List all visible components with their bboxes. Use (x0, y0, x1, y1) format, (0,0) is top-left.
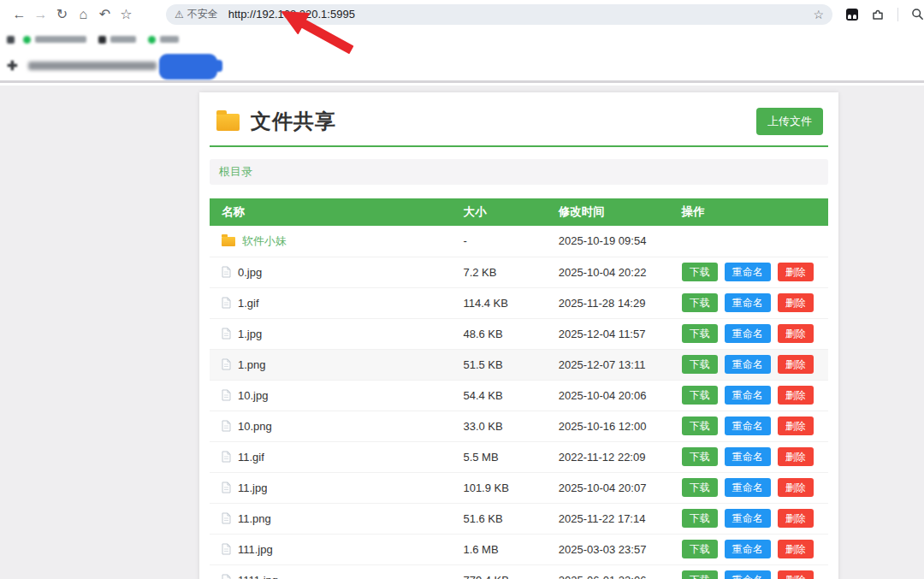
download-button[interactable]: 下载 (682, 293, 718, 312)
blurred-bookmark[interactable] (148, 36, 179, 44)
file-share-card: 文件共享 上传文件 根目录 名称大小修改时间操作 软件小妹-2025-10-19… (199, 92, 838, 579)
reload-icon[interactable]: ↻ (53, 8, 71, 21)
page-title: 文件共享 (251, 108, 336, 135)
file-icon (222, 297, 231, 309)
rename-button[interactable]: 重命名 (725, 293, 771, 312)
modified-time-cell: 2025-11-22 17:14 (559, 503, 682, 534)
download-button[interactable]: 下载 (682, 447, 718, 466)
delete-button[interactable]: 删除 (778, 417, 814, 435)
url-text[interactable]: http://192.168.220.1:5995 (228, 8, 814, 21)
delete-button[interactable]: 删除 (778, 509, 814, 528)
upload-file-button[interactable]: 上传文件 (756, 108, 823, 135)
rename-button[interactable]: 重命名 (725, 509, 771, 528)
search-icon[interactable] (911, 8, 924, 21)
download-button[interactable]: 下载 (682, 478, 718, 497)
download-button[interactable]: 下载 (682, 509, 718, 528)
row-actions-cell (682, 226, 828, 257)
file-name-cell: 1111.jpg (210, 564, 463, 579)
bookmark-page-icon[interactable]: ☆ (813, 8, 824, 21)
rename-button[interactable]: 重命名 (725, 570, 771, 579)
home-icon[interactable]: ⌂ (74, 8, 92, 21)
plus-icon[interactable]: ✚ (7, 58, 18, 74)
rename-button[interactable]: 重命名 (725, 417, 771, 435)
modified-time-cell: 2025-06-01 22:06 (559, 564, 682, 579)
column-header: 修改时间 (559, 198, 682, 226)
bookmark-star-icon[interactable]: ☆ (117, 8, 135, 21)
bookmark-favicon (98, 36, 106, 44)
rename-button[interactable]: 重命名 (725, 386, 771, 405)
modified-time-cell: 2025-10-04 20:07 (559, 472, 682, 503)
delete-button[interactable]: 删除 (778, 293, 814, 312)
blurred-bookmark[interactable] (98, 36, 136, 44)
rename-button[interactable]: 重命名 (725, 263, 771, 281)
file-size-cell: 51.6 KB (463, 503, 558, 534)
download-button[interactable]: 下载 (682, 324, 718, 343)
warning-icon: ⚠ (175, 9, 184, 21)
folder-icon (216, 114, 240, 131)
undo-icon[interactable]: ↶ (96, 8, 114, 21)
download-button[interactable]: 下载 (682, 417, 718, 435)
table-row: 1.jpg48.6 KB2025-12-04 11:57下载重命名删除 (210, 318, 828, 349)
folder-name-link[interactable]: 软件小妹 (242, 233, 287, 249)
breadcrumb[interactable]: 根目录 (210, 159, 828, 185)
file-name: 10.png (238, 420, 272, 433)
file-name: 1111.jpg (238, 574, 278, 579)
file-name-cell: 1.jpg (210, 318, 463, 349)
delete-button[interactable]: 删除 (778, 570, 814, 579)
back-icon[interactable]: ← (10, 8, 28, 21)
forward-icon[interactable]: → (32, 8, 50, 21)
file-icon (222, 482, 231, 493)
extension-badge-icon[interactable] (846, 9, 858, 21)
download-button[interactable]: 下载 (682, 386, 718, 405)
rename-button[interactable]: 重命名 (725, 324, 771, 343)
address-bar[interactable]: ⚠ 不安全 http://192.168.220.1:5995 ☆ (166, 4, 832, 25)
file-name: 11.gif (238, 451, 264, 464)
delete-button[interactable]: 删除 (778, 447, 814, 466)
file-icon (222, 451, 231, 463)
delete-button[interactable]: 删除 (778, 324, 814, 343)
delete-button[interactable]: 删除 (778, 540, 814, 558)
file-name-cell: 10.png (210, 411, 463, 441)
file-size-cell: 33.0 KB (463, 411, 558, 441)
file-name: 1.gif (238, 297, 259, 310)
file-name-cell: 1.png (210, 349, 463, 380)
row-actions-cell: 下载重命名删除 (682, 349, 828, 380)
file-name: 10.jpg (238, 389, 268, 402)
browser-toolbar: ← → ↻ ⌂ ↶ ☆ ⚠ 不安全 http://192.168.220.1:5… (0, 0, 924, 28)
column-header: 大小 (463, 198, 558, 226)
security-chip[interactable]: ⚠ 不安全 (175, 7, 218, 21)
toolbar-divider (897, 8, 898, 21)
table-row: 10.png33.0 KB2025-10-16 12:00下载重命名删除 (210, 411, 828, 441)
table-row: 软件小妹-2025-10-19 09:54 (210, 226, 828, 257)
redaction-blob (159, 54, 217, 80)
extensions-puzzle-icon[interactable] (871, 8, 885, 21)
blurred-bookmark[interactable] (23, 36, 86, 44)
table-row: 11.jpg101.9 KB2025-10-04 20:07下载重命名删除 (210, 472, 828, 503)
delete-button[interactable]: 删除 (778, 263, 814, 281)
row-actions-cell: 下载重命名删除 (682, 318, 828, 349)
file-name: 11.jpg (238, 482, 267, 494)
row-actions-cell: 下载重命名删除 (682, 564, 828, 579)
delete-button[interactable]: 删除 (778, 386, 814, 405)
file-name-cell: 11.gif (210, 441, 463, 472)
delete-button[interactable]: 删除 (778, 478, 814, 497)
row-actions-cell: 下载重命名删除 (682, 257, 828, 287)
blurred-bookmark-label (160, 36, 179, 43)
card-header: 文件共享 上传文件 (210, 92, 828, 147)
download-button[interactable]: 下载 (682, 570, 718, 579)
rename-button[interactable]: 重命名 (725, 540, 771, 558)
file-size-cell: 101.9 KB (463, 472, 558, 503)
download-button[interactable]: 下载 (682, 540, 718, 558)
file-icon (222, 420, 231, 432)
rename-button[interactable]: 重命名 (725, 478, 771, 497)
download-button[interactable]: 下载 (682, 355, 718, 374)
download-button[interactable]: 下载 (682, 263, 718, 281)
file-icon (222, 358, 231, 370)
file-size-cell: 54.4 KB (463, 380, 558, 411)
file-icon (222, 574, 231, 579)
blurred-bookmark[interactable] (7, 36, 15, 44)
delete-button[interactable]: 删除 (778, 355, 814, 374)
rename-button[interactable]: 重命名 (725, 355, 771, 374)
rename-button[interactable]: 重命名 (725, 447, 771, 466)
row-actions-cell: 下载重命名删除 (682, 441, 828, 472)
